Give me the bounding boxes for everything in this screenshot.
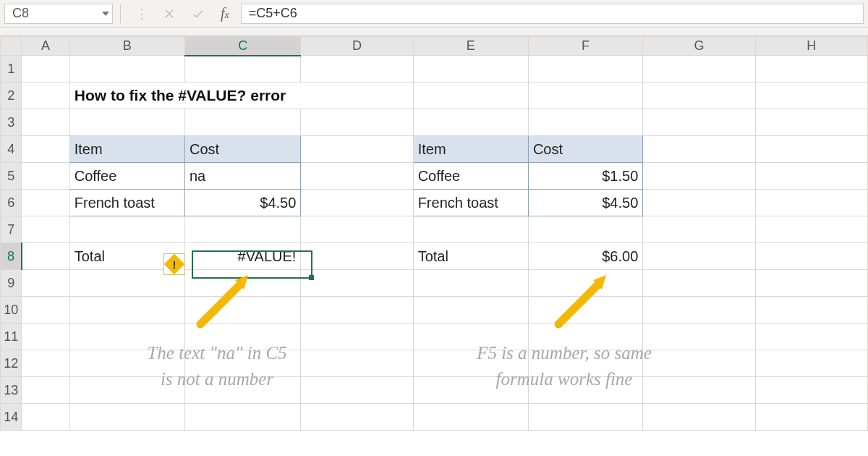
cell-f5[interactable]: $1.50	[529, 163, 642, 189]
cell-e6[interactable]: French toast	[414, 190, 528, 216]
row-header-3[interactable]: 3	[1, 109, 22, 136]
col-header-e[interactable]: E	[413, 37, 528, 56]
cell-c6[interactable]: $4.50	[185, 190, 300, 216]
row-header-5[interactable]: 5	[1, 163, 22, 190]
row-header-11[interactable]: 11	[1, 324, 22, 350]
select-all-corner[interactable]	[1, 37, 22, 56]
row-header-4[interactable]: 4	[1, 136, 22, 163]
col-header-d[interactable]: D	[301, 37, 413, 56]
separator	[120, 4, 121, 23]
row-header-14[interactable]: 14	[1, 404, 22, 431]
col-header-f[interactable]: F	[528, 37, 642, 56]
error-trace-button[interactable]: !	[163, 253, 185, 275]
formula-text: =C5+C6	[249, 6, 297, 21]
row-header-13[interactable]: 13	[1, 377, 22, 404]
row-header-10[interactable]: 10	[1, 297, 22, 324]
formula-input[interactable]: =C5+C6	[241, 4, 864, 24]
row-header-7[interactable]: 7	[1, 216, 22, 243]
cell-c5[interactable]: na	[185, 163, 300, 189]
row-header-8[interactable]: 8	[1, 243, 22, 270]
cancel-icon[interactable]	[163, 7, 176, 20]
row-header-1[interactable]: 1	[1, 56, 22, 83]
row-header-12[interactable]: 12	[1, 350, 22, 377]
row-header-2[interactable]: 2	[1, 83, 22, 109]
row-header-6[interactable]: 6	[1, 190, 22, 216]
dots-icon: ⋮	[135, 6, 147, 22]
page-title: How to fix the #VALUE? error	[70, 83, 413, 109]
annotation-1: The text "na" in C5 is not a number	[87, 340, 347, 393]
svg-line-3	[558, 284, 599, 324]
col-header-b[interactable]: B	[69, 37, 184, 56]
col-header-c[interactable]: C	[184, 37, 300, 56]
t1-head-cost[interactable]: Cost	[185, 136, 300, 162]
cell-e5[interactable]: Coffee	[414, 163, 528, 189]
toolbar-gap	[0, 28, 868, 36]
formula-bar-buttons: ⋮ fx	[124, 5, 241, 22]
cell-b5[interactable]: Coffee	[70, 163, 184, 189]
t2-head-item[interactable]: Item	[414, 136, 528, 162]
arrow-annotation-1-icon	[177, 275, 257, 333]
cell-c8[interactable]: #VALUE!	[185, 243, 300, 269]
col-header-a[interactable]: A	[22, 37, 69, 56]
cell-e8[interactable]: Total	[414, 243, 528, 269]
formula-bar: C8 ⋮ fx =C5+C6	[0, 0, 868, 28]
col-header-g[interactable]: G	[643, 37, 755, 56]
t2-head-cost[interactable]: Cost	[529, 136, 642, 162]
warning-icon: !	[164, 254, 184, 274]
cell-f8[interactable]: $6.00	[529, 243, 642, 269]
cell-f6[interactable]: $4.50	[529, 190, 642, 216]
name-box-dropdown-icon[interactable]	[102, 12, 109, 16]
col-header-h[interactable]: H	[755, 37, 867, 56]
row-header-9[interactable]: 9	[1, 270, 22, 297]
t1-head-item[interactable]: Item	[70, 136, 184, 162]
cell-b6[interactable]: French toast	[70, 190, 184, 216]
fx-icon[interactable]: fx	[221, 5, 229, 22]
svg-line-1	[200, 284, 241, 324]
name-box-value: C8	[12, 6, 29, 21]
annotation-2: F5 is a number, so same formula works fi…	[412, 340, 716, 393]
name-box[interactable]: C8	[4, 4, 113, 24]
enter-icon[interactable]	[192, 7, 205, 20]
arrow-annotation-2-icon	[535, 275, 615, 333]
